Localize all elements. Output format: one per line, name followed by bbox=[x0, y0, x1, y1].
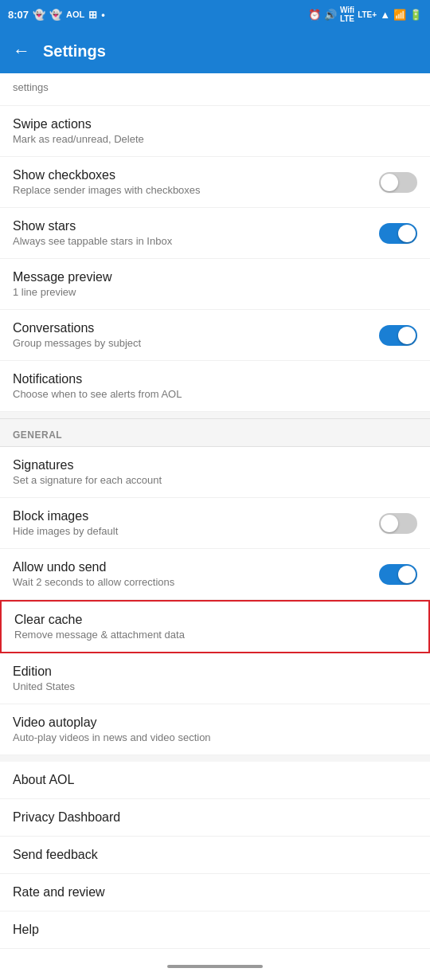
setting-item-signatures[interactable]: Signatures Set a signature for each acco… bbox=[0, 447, 430, 498]
setting-item-message-preview[interactable]: Message preview 1 line preview bbox=[0, 259, 430, 310]
setting-item-privacy-dashboard[interactable]: Privacy Dashboard bbox=[0, 799, 430, 837]
show-stars-toggle[interactable] bbox=[379, 223, 417, 244]
section-separator-2 bbox=[0, 755, 430, 762]
about-aol-title: About AOL bbox=[13, 773, 417, 787]
partial-top-text: settings bbox=[13, 81, 49, 93]
setting-item-show-stars[interactable]: Show stars Always see tappable stars in … bbox=[0, 208, 430, 259]
show-stars-subtitle: Always see tappable stars in Inbox bbox=[13, 235, 379, 247]
setting-item-block-images[interactable]: Block images Hide images by default bbox=[0, 498, 430, 549]
toggle-knob bbox=[398, 327, 416, 344]
setting-item-clear-cache[interactable]: Clear cache Remove message & attachment … bbox=[0, 600, 430, 653]
battery-icon: 🔋 bbox=[409, 9, 422, 21]
time-display: 8:07 bbox=[8, 9, 29, 21]
status-left: 8:07 👻 👻 AOL ⊞ • bbox=[8, 9, 105, 21]
settings-header: ← Settings bbox=[0, 29, 430, 73]
general-section-header: GENERAL bbox=[0, 418, 430, 447]
page-title: Settings bbox=[43, 42, 106, 61]
lte-icon: LTE+ bbox=[358, 10, 377, 19]
conversations-title: Conversations bbox=[13, 321, 379, 335]
toggle-knob bbox=[381, 515, 398, 532]
back-button[interactable]: ← bbox=[13, 41, 30, 61]
block-images-toggle[interactable] bbox=[379, 513, 417, 534]
setting-item-swipe-actions[interactable]: Swipe actions Mark as read/unread, Delet… bbox=[0, 106, 430, 157]
setting-item-about-aol[interactable]: About AOL bbox=[0, 762, 430, 799]
wifi-lte-icon: WifiLTE bbox=[340, 6, 354, 23]
aol-icon: AOL bbox=[66, 10, 84, 19]
setting-item-show-checkboxes[interactable]: Show checkboxes Replace sender images wi… bbox=[0, 157, 430, 208]
setting-item-allow-undo-send[interactable]: Allow undo send Wait 2 seconds to allow … bbox=[0, 549, 430, 600]
signal-bars-icon: ▲ bbox=[380, 9, 390, 21]
video-autoplay-subtitle: Auto-play videos in news and video secti… bbox=[13, 731, 417, 743]
signal-icon: 📶 bbox=[393, 9, 406, 21]
clear-cache-subtitle: Remove message & attachment data bbox=[14, 629, 416, 641]
toggle-knob bbox=[398, 566, 416, 583]
setting-item-send-feedback[interactable]: Send feedback bbox=[0, 837, 430, 874]
allow-undo-send-title: Allow undo send bbox=[13, 560, 379, 574]
allow-undo-send-toggle[interactable] bbox=[379, 564, 417, 585]
dot-icon: • bbox=[101, 9, 105, 21]
signatures-subtitle: Set a signature for each account bbox=[13, 474, 417, 486]
volume-icon: 🔊 bbox=[324, 9, 337, 21]
toggle-knob bbox=[398, 225, 416, 242]
help-title: Help bbox=[13, 923, 417, 937]
swipe-actions-title: Swipe actions bbox=[13, 117, 417, 131]
toggle-knob bbox=[381, 174, 398, 191]
block-images-subtitle: Hide images by default bbox=[13, 525, 379, 537]
setting-item-video-autoplay[interactable]: Video autoplay Auto-play videos in news … bbox=[0, 704, 430, 755]
general-section-label: GENERAL bbox=[13, 429, 62, 441]
message-preview-subtitle: 1 line preview bbox=[13, 286, 417, 298]
notifications-title: Notifications bbox=[13, 372, 417, 386]
setting-item-help[interactable]: Help bbox=[0, 911, 430, 949]
settings-content: settings Swipe actions Mark as read/unre… bbox=[0, 73, 430, 949]
status-bar: 8:07 👻 👻 AOL ⊞ • ⏰ 🔊 WifiLTE LTE+ ▲ 📶 🔋 bbox=[0, 0, 430, 29]
alarm-icon: ⏰ bbox=[308, 9, 321, 21]
status-right: ⏰ 🔊 WifiLTE LTE+ ▲ 📶 🔋 bbox=[308, 6, 422, 23]
partial-top-item: settings bbox=[0, 73, 430, 106]
conversations-toggle[interactable] bbox=[379, 325, 417, 346]
setting-item-edition[interactable]: Edition United States bbox=[0, 653, 430, 704]
send-feedback-title: Send feedback bbox=[13, 848, 417, 862]
ghost-icon: 👻 bbox=[33, 9, 45, 21]
edition-title: Edition bbox=[13, 664, 417, 679]
setting-item-notifications[interactable]: Notifications Choose when to see alerts … bbox=[0, 361, 430, 412]
message-preview-title: Message preview bbox=[13, 270, 417, 284]
show-checkboxes-title: Show checkboxes bbox=[13, 168, 379, 182]
clear-cache-title: Clear cache bbox=[14, 613, 416, 627]
conversations-subtitle: Group messages by subject bbox=[13, 337, 379, 349]
notifications-subtitle: Choose when to see alerts from AOL bbox=[13, 388, 417, 400]
show-stars-title: Show stars bbox=[13, 219, 379, 233]
bottom-nav-indicator bbox=[167, 965, 263, 968]
allow-undo-send-subtitle: Wait 2 seconds to allow corrections bbox=[13, 576, 379, 588]
rate-and-review-title: Rate and review bbox=[13, 885, 417, 900]
edition-subtitle: United States bbox=[13, 680, 417, 692]
setting-item-conversations[interactable]: Conversations Group messages by subject bbox=[0, 310, 430, 361]
video-autoplay-title: Video autoplay bbox=[13, 715, 417, 730]
swipe-actions-subtitle: Mark as read/unread, Delete bbox=[13, 133, 417, 145]
block-images-title: Block images bbox=[13, 509, 379, 523]
show-checkboxes-subtitle: Replace sender images with checkboxes bbox=[13, 184, 379, 196]
image-icon: ⊞ bbox=[88, 9, 97, 21]
setting-item-rate-and-review[interactable]: Rate and review bbox=[0, 874, 430, 911]
section-separator-1 bbox=[0, 412, 430, 418]
privacy-dashboard-title: Privacy Dashboard bbox=[13, 810, 417, 825]
ghost-icon-2: 👻 bbox=[49, 9, 62, 21]
show-checkboxes-toggle[interactable] bbox=[379, 172, 417, 193]
signatures-title: Signatures bbox=[13, 458, 417, 472]
